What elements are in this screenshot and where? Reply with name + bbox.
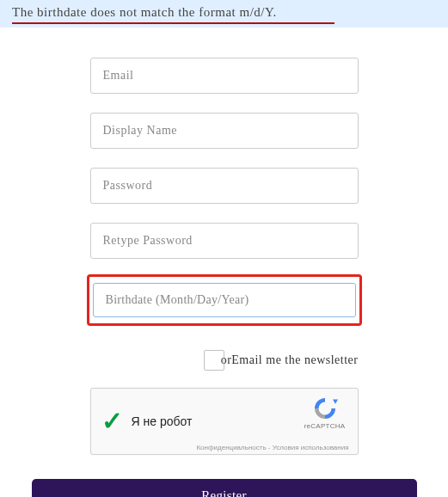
birthdate-highlight (87, 274, 362, 326)
recaptcha-label: Я не робот (132, 414, 193, 428)
email-field[interactable] (90, 58, 359, 94)
password-field[interactable] (90, 168, 359, 204)
register-button[interactable]: Register (32, 479, 417, 497)
register-form: orEmail me the newsletter ✓ Я не робот r… (0, 28, 448, 479)
recaptcha-logo: reCAPTCHA (301, 396, 349, 430)
recaptcha-widget[interactable]: ✓ Я не робот reCAPTCHA Конфиденциальност… (90, 388, 359, 455)
checkmark-icon: ✓ (101, 408, 123, 434)
newsletter-label: orEmail me the newsletter (221, 353, 359, 367)
recaptcha-terms: Конфиденциальность - Условия использован… (196, 444, 348, 451)
svg-marker-0 (333, 400, 338, 404)
recaptcha-brand: reCAPTCHA (304, 422, 345, 430)
retype-password-field[interactable] (90, 223, 359, 259)
error-message: The birthdate does not match the format … (12, 5, 334, 24)
newsletter-row: orEmail me the newsletter (90, 350, 359, 371)
error-banner: The birthdate does not match the format … (0, 0, 448, 28)
birthdate-field[interactable] (93, 283, 356, 317)
recaptcha-icon (312, 396, 338, 421)
display-name-field[interactable] (90, 113, 359, 149)
